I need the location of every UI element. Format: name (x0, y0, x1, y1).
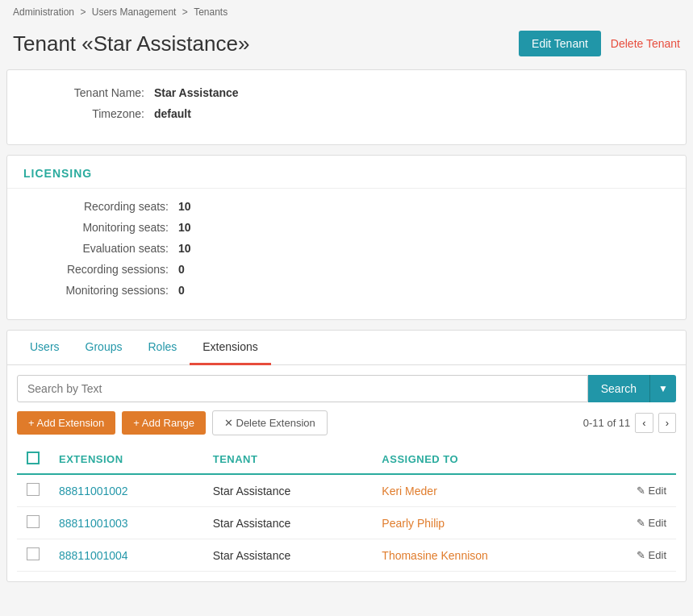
tabs-nav: UsersGroupsRolesExtensions (7, 331, 686, 365)
license-label: Monitoring sessions: (31, 284, 169, 297)
license-label: Recording sessions: (31, 263, 169, 276)
prev-page-button[interactable]: ‹ (635, 413, 653, 433)
license-row: Recording sessions: 0 (31, 263, 662, 276)
tenant-timezone-value: default (154, 107, 191, 120)
breadcrumb-admin[interactable]: Administration (13, 6, 74, 18)
col-tenant: TENANT (203, 445, 373, 474)
license-value: 0 (178, 284, 185, 297)
cell-extension: 88811001003 (49, 507, 203, 539)
licensing-card: LICENSING Recording seats: 10 Monitoring… (6, 155, 687, 320)
edit-row-button[interactable]: ✎ Edit (637, 485, 666, 497)
page-wrapper: Administration > Users Management > Tena… (0, 0, 693, 616)
page-header: Tenant «Star Assistance» Edit Tenant Del… (0, 24, 693, 69)
add-extension-button[interactable]: + Add Extension (17, 411, 115, 435)
extension-link[interactable]: 88811001002 (59, 485, 128, 497)
cell-tenant: Star Assistance (203, 507, 373, 539)
col-assigned-to: ASSIGNED TO (372, 445, 591, 474)
license-row: Monitoring seats: 10 (31, 221, 662, 234)
header-checkbox-col (17, 445, 49, 474)
tenant-info-card: Tenant Name: Star Assistance Timezone: d… (6, 69, 687, 145)
table-row: 88811001003 Star Assistance Pearly Phili… (17, 507, 676, 539)
cell-actions: ✎ Edit (591, 539, 676, 572)
edit-tenant-button[interactable]: Edit Tenant (519, 31, 601, 56)
cell-tenant: Star Assistance (203, 474, 373, 507)
licensing-body: Recording seats: 10 Monitoring seats: 10… (7, 189, 686, 319)
table-row: 88811001004 Star Assistance Thomasine Ke… (17, 539, 676, 572)
tab-users[interactable]: Users (17, 331, 73, 365)
licensing-title: LICENSING (23, 167, 92, 180)
cell-extension: 88811001004 (49, 539, 203, 572)
license-label: Recording seats: (31, 200, 169, 213)
breadcrumb: Administration > Users Management > Tena… (0, 0, 693, 24)
license-row: Monitoring sessions: 0 (31, 284, 662, 297)
tenant-name-row: Tenant Name: Star Assistance (31, 86, 662, 99)
assigned-to-link[interactable]: Keri Meder (382, 485, 436, 497)
breadcrumb-sep2: > (182, 6, 190, 18)
tenant-timezone-label: Timezone: (31, 107, 144, 120)
search-button[interactable]: Search (588, 375, 649, 402)
licensing-header: LICENSING (7, 156, 686, 189)
table-header: EXTENSION TENANT ASSIGNED TO (17, 445, 676, 474)
page-header-actions: Edit Tenant Delete Tenant (519, 31, 680, 56)
table-toolbar: + Add Extension + Add Range ✕ Delete Ext… (17, 410, 676, 435)
pagination-info: 0-11 of 11 ‹ › (583, 413, 676, 433)
row-checkbox[interactable] (27, 547, 40, 560)
select-all-checkbox[interactable] (27, 452, 40, 464)
license-value: 10 (178, 242, 191, 255)
breadcrumb-tenants: Tenants (194, 6, 228, 18)
license-row: Recording seats: 10 (31, 200, 662, 213)
breadcrumb-users-mgmt[interactable]: Users Management (92, 6, 177, 18)
table-body: 88811001002 Star Assistance Keri Meder ✎… (17, 474, 676, 572)
page-title: Tenant «Star Assistance» (13, 31, 249, 56)
cell-assigned-to: Thomasine Kennison (372, 539, 591, 572)
row-checkbox-cell (17, 474, 49, 507)
col-actions (591, 445, 676, 474)
table-row: 88811001002 Star Assistance Keri Meder ✎… (17, 474, 676, 507)
license-value: 10 (178, 200, 191, 213)
extension-link[interactable]: 88811001004 (59, 549, 128, 562)
cell-extension: 88811001002 (49, 474, 203, 507)
search-bar: Search ▼ (17, 375, 676, 402)
row-checkbox[interactable] (27, 483, 40, 496)
tenant-name-label: Tenant Name: (31, 86, 144, 99)
license-label: Monitoring seats: (31, 221, 169, 234)
edit-row-button[interactable]: ✎ Edit (637, 517, 666, 529)
extensions-table: EXTENSION TENANT ASSIGNED TO 88811001002… (17, 445, 676, 572)
license-row: Evaluation seats: 10 (31, 242, 662, 255)
tenant-timezone-row: Timezone: default (31, 107, 662, 120)
search-dropdown-button[interactable]: ▼ (649, 375, 676, 402)
tenant-name-value: Star Assistance (154, 86, 239, 99)
license-value: 0 (178, 263, 185, 276)
add-range-button[interactable]: + Add Range (122, 411, 206, 435)
license-value: 10 (178, 221, 191, 234)
cell-tenant: Star Assistance (203, 539, 373, 572)
next-page-button[interactable]: › (658, 413, 676, 433)
row-checkbox-cell (17, 539, 49, 572)
tab-groups[interactable]: Groups (73, 331, 136, 365)
extension-link[interactable]: 88811001003 (59, 517, 128, 530)
cell-assigned-to: Pearly Philip (372, 507, 591, 539)
delete-tenant-button[interactable]: Delete Tenant (611, 37, 680, 50)
row-checkbox[interactable] (27, 515, 40, 528)
license-label: Evaluation seats: (31, 242, 169, 255)
col-extension: EXTENSION (49, 445, 203, 474)
tab-extensions[interactable]: Extensions (190, 331, 270, 365)
cell-actions: ✎ Edit (591, 474, 676, 507)
assigned-to-link[interactable]: Thomasine Kennison (382, 549, 488, 562)
table-area: Search ▼ + Add Extension + Add Range ✕ D… (7, 365, 686, 581)
search-input[interactable] (17, 375, 588, 402)
cell-assigned-to: Keri Meder (372, 474, 591, 507)
row-checkbox-cell (17, 507, 49, 539)
breadcrumb-sep1: > (80, 6, 88, 18)
tabs-container: UsersGroupsRolesExtensions Search ▼ + Ad… (6, 330, 687, 582)
pagination-text: 0-11 of 11 (583, 417, 631, 429)
cell-actions: ✎ Edit (591, 507, 676, 539)
edit-row-button[interactable]: ✎ Edit (637, 549, 666, 561)
delete-extension-button[interactable]: ✕ Delete Extension (212, 410, 328, 435)
tab-roles[interactable]: Roles (135, 331, 190, 365)
assigned-to-link[interactable]: Pearly Philip (382, 517, 445, 530)
